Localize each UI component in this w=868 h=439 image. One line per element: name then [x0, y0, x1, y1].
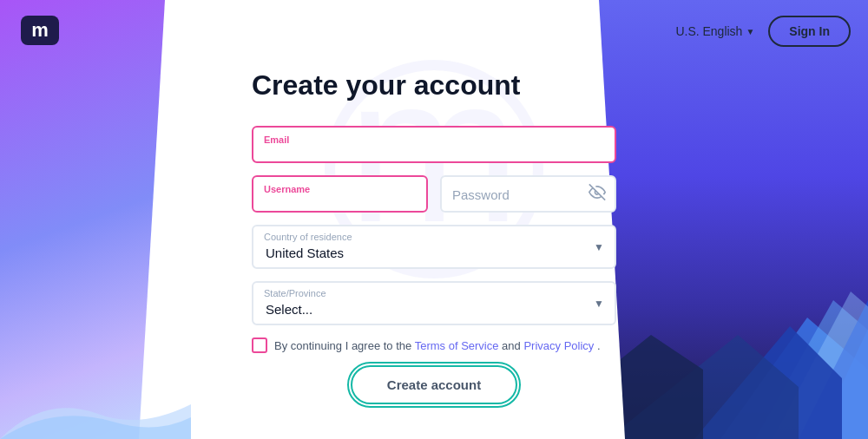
terms-text: By continuing I agree to the Terms of Se…: [274, 339, 601, 352]
privacy-policy-link[interactable]: Privacy Policy: [523, 339, 594, 352]
language-label: U.S. English: [675, 24, 742, 38]
terms-of-service-link[interactable]: Terms of Service: [415, 339, 499, 352]
email-input[interactable]: [252, 126, 616, 163]
state-select-wrapper: State/Province Select... Alabama Alaska …: [252, 281, 616, 325]
state-field-group: State/Province Select... Alabama Alaska …: [252, 281, 616, 325]
language-arrow-icon: ▼: [746, 27, 754, 36]
terms-row: By continuing I agree to the Terms of Se…: [252, 337, 616, 353]
email-input-wrapper: Email: [252, 126, 616, 163]
password-input-wrapper: Password: [440, 175, 616, 213]
create-account-button[interactable]: Create account: [351, 365, 517, 404]
country-select[interactable]: United States Canada United Kingdom Aust…: [252, 225, 616, 269]
state-select[interactable]: Select... Alabama Alaska California Flor…: [252, 281, 616, 325]
language-selector[interactable]: U.S. English ▼: [675, 24, 754, 38]
username-password-row: Username Password: [252, 175, 616, 213]
header-right: U.S. English ▼ Sign In: [675, 16, 851, 47]
username-field-group: Username: [252, 175, 428, 213]
password-toggle-icon[interactable]: [589, 183, 606, 205]
country-field-group: Country of residence United States Canad…: [252, 225, 616, 269]
email-field-group: Email: [252, 126, 616, 163]
left-wave: [0, 378, 191, 439]
username-input[interactable]: [252, 175, 428, 213]
username-input-wrapper: Username: [252, 175, 428, 213]
header: m U.S. English ▼ Sign In: [0, 0, 868, 61]
terms-checkbox[interactable]: [252, 337, 267, 353]
form-container: Create your account Email Username Passw…: [252, 69, 616, 404]
terms-period: .: [597, 339, 601, 352]
terms-and: and: [502, 339, 523, 352]
sign-in-button[interactable]: Sign In: [768, 16, 851, 47]
password-field-group: Password: [440, 175, 616, 213]
country-select-wrapper: Country of residence United States Canad…: [252, 225, 616, 269]
svg-text:m: m: [31, 19, 49, 41]
page-title: Create your account: [252, 69, 616, 102]
terms-text-before: By continuing I agree to the: [274, 339, 411, 352]
logo: m: [21, 16, 59, 45]
logo-icon: m: [21, 16, 59, 45]
